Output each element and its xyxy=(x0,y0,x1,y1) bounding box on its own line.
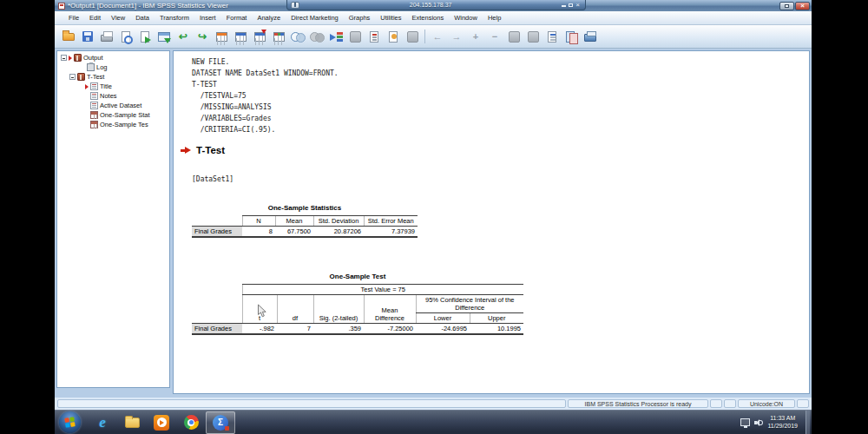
menu-format[interactable]: Format xyxy=(221,12,253,23)
one-sample-statistics-table[interactable]: N Mean Std. Deviation Std. Error Mean Fi… xyxy=(192,215,418,238)
tree-item-output[interactable]: Output xyxy=(57,53,169,62)
chrome-icon xyxy=(184,415,199,430)
restore-button[interactable] xyxy=(779,2,794,10)
tree-item-one-sample-test[interactable]: One-Sample Tes xyxy=(57,120,169,129)
network-icon[interactable] xyxy=(740,418,750,426)
insert-text-icon[interactable] xyxy=(542,28,562,46)
menu-extensions[interactable]: Extensions xyxy=(407,12,450,23)
collapse-box-icon[interactable] xyxy=(61,55,67,61)
volume-icon[interactable] xyxy=(754,418,763,427)
menu-graphs[interactable]: Graphs xyxy=(344,12,376,23)
remote-desktop-stage: *Output1 [Document1] - IBM SPSS Statisti… xyxy=(0,0,868,434)
print-preview-icon[interactable] xyxy=(116,28,135,46)
insert-cases-icon[interactable] xyxy=(326,28,345,46)
syntax-line: /CRITERIA=CI(.95). xyxy=(192,124,339,135)
weight-cases-icon[interactable] xyxy=(345,28,365,46)
menu-file[interactable]: File xyxy=(63,12,84,23)
pin-icon[interactable] xyxy=(291,2,299,9)
taskbar-file-explorer[interactable] xyxy=(117,411,147,434)
tree-label[interactable]: One-Sample Tes xyxy=(100,121,148,128)
redo-icon[interactable]: ↪ xyxy=(193,28,212,46)
stats-value-std-error-mean: 7.37939 xyxy=(364,227,418,238)
test-value-df: 7 xyxy=(277,324,313,335)
status-panel xyxy=(710,399,722,408)
expand-icon[interactable]: + xyxy=(466,28,485,46)
workspace: Output Log T-Test Title xyxy=(55,49,812,398)
taskbar-clock[interactable]: 11:33 AM 11/29/2019 xyxy=(767,415,798,430)
tree-item-notes[interactable]: Notes xyxy=(57,91,169,101)
stats-header-std-deviation: Std. Deviation xyxy=(313,216,364,227)
close-button[interactable]: × xyxy=(795,2,810,10)
promote-icon[interactable]: ← xyxy=(428,28,447,46)
goto-case-icon[interactable] xyxy=(212,28,231,46)
select-cases-icon[interactable] xyxy=(288,28,307,46)
menu-utilities[interactable]: Utilities xyxy=(375,12,406,23)
collapse-icon[interactable]: − xyxy=(485,28,504,46)
taskbar-chrome[interactable] xyxy=(176,411,206,434)
demote-icon[interactable]: → xyxy=(447,28,466,46)
ttest-heading: T-Test xyxy=(181,145,225,155)
rdp-close-icon[interactable]: × xyxy=(575,3,580,8)
menu-insert[interactable]: Insert xyxy=(194,12,221,23)
export-doc-icon[interactable] xyxy=(562,28,581,46)
rdp-minimize-icon[interactable] xyxy=(562,3,566,7)
syntax-line: /TESTVAL=75 xyxy=(192,90,339,102)
tree-label[interactable]: Notes xyxy=(100,92,117,100)
table-icon xyxy=(90,111,98,119)
print-doc-icon[interactable] xyxy=(581,28,600,46)
test-corner-cell xyxy=(192,285,242,295)
syntax-line: /MISSING=ANALYSIS xyxy=(192,102,339,113)
recall-dialogs-icon[interactable] xyxy=(155,28,174,46)
tree-item-ttest[interactable]: T-Test xyxy=(57,72,169,82)
syntax-line: T-TEST xyxy=(192,79,339,90)
one-sample-test-table[interactable]: Test Value = 75 t df Sig. (2-tailed) Mea… xyxy=(192,284,523,335)
tree-item-one-sample-statistics[interactable]: One-Sample Stat xyxy=(57,110,169,120)
test-header-df: df xyxy=(277,295,313,324)
menu-help[interactable]: Help xyxy=(483,12,506,23)
taskbar-internet-explorer[interactable]: e xyxy=(88,411,117,434)
tree-item-title[interactable]: Title xyxy=(57,82,169,91)
split-file-icon[interactable] xyxy=(307,28,326,46)
open-icon[interactable] xyxy=(59,28,78,46)
tree-label[interactable]: Title xyxy=(100,82,112,90)
designate-window-icon xyxy=(403,28,422,46)
goto-variable-icon[interactable] xyxy=(231,28,250,46)
test-table-title: One-Sample Test xyxy=(192,273,523,280)
save-icon[interactable] xyxy=(78,28,97,46)
test-value-header: Test Value = 75 xyxy=(242,285,523,295)
menu-edit[interactable]: Edit xyxy=(84,12,106,23)
tree-label[interactable]: Active Dataset xyxy=(100,102,141,109)
folder-icon xyxy=(125,418,140,428)
taskbar-media-player[interactable] xyxy=(147,411,176,434)
stats-corner-cell xyxy=(192,216,242,227)
tree-item-active-dataset[interactable]: Active Dataset xyxy=(57,101,169,110)
dataset-reference: [DataSet1] xyxy=(192,175,233,183)
print-icon[interactable] xyxy=(97,28,116,46)
tree-label[interactable]: Log xyxy=(96,63,108,71)
taskbar-spss-active[interactable]: Σ xyxy=(206,411,235,434)
menu-direct-marketing[interactable]: Direct Marketing xyxy=(286,12,344,23)
menu-analyze[interactable]: Analyze xyxy=(252,12,286,23)
tree-item-log[interactable]: Log xyxy=(57,62,169,72)
menu-transform[interactable]: Transform xyxy=(155,12,194,23)
rdp-restore-icon[interactable] xyxy=(569,3,573,7)
tree-label[interactable]: One-Sample Stat xyxy=(100,111,150,119)
export-icon[interactable] xyxy=(135,28,155,46)
use-sets-icon[interactable] xyxy=(269,28,288,46)
taskbar: e Σ 11:33 AM 11/29/2019 xyxy=(55,410,812,434)
syntax-line: DATASET NAME DataSet1 WINDOW=FRONT. xyxy=(192,68,339,79)
start-button[interactable] xyxy=(59,411,81,433)
tree-label[interactable]: T-Test xyxy=(87,73,104,81)
insert-heading-icon[interactable] xyxy=(365,28,384,46)
menu-data[interactable]: Data xyxy=(130,12,155,23)
undo-icon[interactable]: ↩ xyxy=(174,28,193,46)
menu-view[interactable]: View xyxy=(106,12,130,23)
tree-label[interactable]: Output xyxy=(83,54,103,62)
output-content-pane[interactable]: NEW FILE. DATASET NAME DataSet1 WINDOW=F… xyxy=(173,50,810,394)
menu-window[interactable]: Window xyxy=(449,12,483,23)
insert-title-icon[interactable] xyxy=(384,28,403,46)
show-desktop-button[interactable] xyxy=(806,411,810,434)
variables-icon[interactable] xyxy=(250,28,269,46)
hide-icon xyxy=(523,28,542,46)
collapse-box-icon[interactable] xyxy=(69,74,76,80)
